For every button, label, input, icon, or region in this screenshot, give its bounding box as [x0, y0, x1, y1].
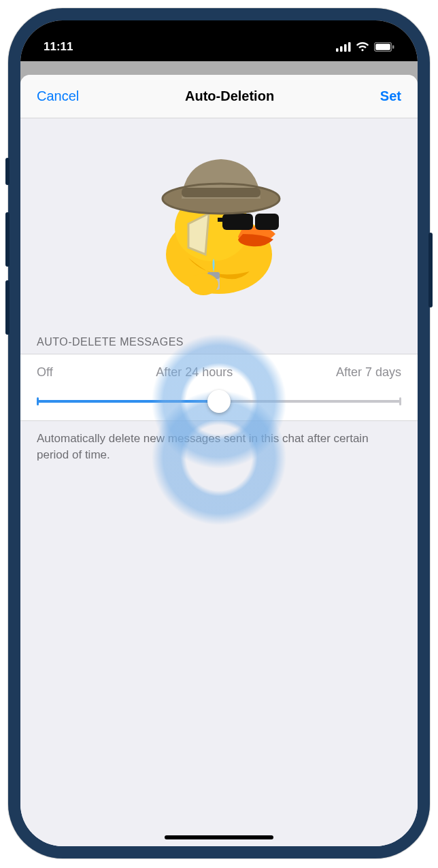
- svg-rect-10: [255, 214, 279, 230]
- wifi-icon: [356, 42, 369, 52]
- svg-rect-3: [348, 42, 351, 52]
- slider-labels: Off After 24 hours After 7 days: [37, 365, 401, 380]
- notch: [137, 20, 301, 44]
- home-indicator[interactable]: [165, 835, 273, 839]
- svg-rect-9: [222, 214, 253, 230]
- section-header: AUTO-DELETE MESSAGES: [20, 329, 418, 354]
- svg-rect-6: [392, 45, 394, 48]
- set-button[interactable]: Set: [380, 88, 401, 104]
- phone-volume-up: [5, 212, 10, 267]
- battery-icon: [374, 42, 394, 52]
- slider-card: Off After 24 hours After 7 days: [20, 354, 418, 421]
- slider-thumb[interactable]: [207, 390, 231, 413]
- phone-volume-down: [5, 280, 10, 335]
- svg-rect-13: [182, 188, 260, 197]
- status-time: 11:11: [44, 40, 73, 54]
- phone-power-button: [428, 233, 433, 307]
- phone-frame: 11:11 Cancel Auto-Deletion Set: [8, 8, 430, 858]
- svg-rect-11: [218, 218, 224, 222]
- svg-rect-0: [336, 48, 339, 52]
- status-icons: [336, 42, 394, 52]
- svg-rect-5: [375, 44, 390, 50]
- phone-side-button: [5, 158, 10, 185]
- slider[interactable]: [37, 400, 401, 403]
- nav-bar: Cancel Auto-Deletion Set: [20, 75, 418, 118]
- slider-track[interactable]: [37, 400, 401, 403]
- slider-option-off[interactable]: Off: [37, 365, 53, 380]
- screen: 11:11 Cancel Auto-Deletion Set: [20, 20, 418, 846]
- svg-point-17: [188, 273, 218, 295]
- slider-fill: [37, 400, 219, 403]
- cancel-button[interactable]: Cancel: [37, 88, 79, 104]
- svg-rect-1: [340, 46, 343, 52]
- modal-sheet: Cancel Auto-Deletion Set: [20, 75, 418, 846]
- cellular-signal-icon: [336, 42, 351, 52]
- slider-option-7d[interactable]: After 7 days: [336, 365, 401, 380]
- detective-duck-sticker: [141, 146, 297, 302]
- slider-option-24h[interactable]: After 24 hours: [53, 365, 336, 380]
- svg-rect-2: [344, 44, 347, 52]
- footer-description: Automatically delete new messages sent i…: [37, 432, 369, 461]
- hero-illustration: [20, 118, 418, 329]
- page-title: Auto-Deletion: [185, 88, 274, 104]
